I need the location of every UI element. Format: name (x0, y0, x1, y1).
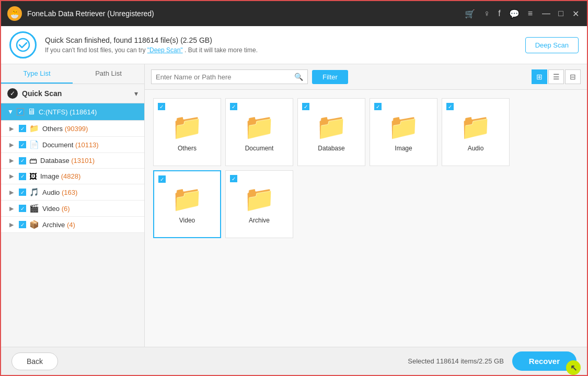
video-tile-checkbox[interactable] (158, 175, 166, 183)
right-content: 🔍 Filter ⊞ ☰ ⊟ 📁 Others 📁 (145, 64, 587, 347)
cart-icon[interactable]: 🛒 (465, 9, 475, 19)
svg-point-0 (17, 39, 29, 51)
search-input[interactable] (156, 73, 294, 81)
quick-scan-expand-icon[interactable]: ▾ (134, 89, 138, 98)
document-tile-checkbox[interactable] (230, 103, 237, 110)
video-label: Video (6) (42, 205, 70, 213)
window-controls: — □ ✕ (541, 8, 581, 19)
file-tile-database[interactable]: 📁 Database (297, 98, 365, 166)
sidebar-item-audio[interactable]: ▶ 🎵 Audio (163) (1, 184, 144, 201)
document-label: Document (10113) (42, 141, 99, 149)
search-icon: 🔍 (294, 73, 303, 81)
sidebar-tab-header: Type List Path List (1, 64, 144, 84)
image-expand-arrow[interactable]: ▶ (9, 173, 16, 180)
minimize-button[interactable]: — (541, 8, 551, 19)
deep-scan-link[interactable]: "Deep Scan" (147, 46, 183, 54)
user-icon[interactable]: ♀ (483, 9, 490, 18)
file-tile-others[interactable]: 📁 Others (153, 98, 221, 166)
app-logo: 🐣 (7, 6, 22, 21)
file-tile-video[interactable]: 📁 Video (153, 170, 221, 238)
audio-expand-arrow[interactable]: ▶ (9, 189, 16, 196)
database-icon: 🗃 (29, 156, 37, 165)
others-tile-checkbox[interactable] (158, 103, 165, 110)
file-tile-audio[interactable]: 📁 Audio (442, 98, 510, 166)
app-window: 🐣 FoneLab Data Retriever (Unregistered) … (0, 0, 588, 376)
image-icon: 🖼 (29, 172, 37, 181)
document-tile-label: Document (245, 145, 274, 152)
audio-tile-label: Audio (468, 145, 484, 152)
database-folder-large-icon: 📁 (316, 112, 347, 142)
recover-button[interactable]: Recover ↖ (512, 351, 577, 371)
others-folder-large-icon: 📁 (171, 112, 203, 142)
scan-info-text: Quick Scan finished, found 118614 file(s… (45, 36, 525, 54)
file-grid: 📁 Others 📁 Document 📁 Database 📁 Ima (145, 90, 587, 347)
sidebar: Type List Path List ✓ Quick Scan ▾ ▼ 🖥 C… (1, 64, 145, 347)
image-folder-large-icon: 📁 (388, 112, 419, 142)
sidebar-item-video[interactable]: ▶ 🎬 Video (6) (1, 201, 144, 217)
drive-row[interactable]: ▼ 🖥 C:(NTFS) (118614) (1, 103, 144, 121)
facebook-icon[interactable]: f (498, 9, 500, 18)
audio-checkbox[interactable] (19, 189, 26, 196)
database-label: Database (13101) (40, 157, 95, 164)
detail-view-button[interactable]: ⊟ (565, 69, 581, 84)
file-tile-archive[interactable]: 📁 Archive (225, 170, 293, 238)
archive-tile-checkbox[interactable] (230, 175, 237, 182)
database-expand-arrow[interactable]: ▶ (9, 157, 16, 164)
audio-tile-checkbox[interactable] (446, 103, 454, 110)
audio-label: Audio (163) (42, 189, 77, 196)
drive-checkbox[interactable] (17, 108, 24, 115)
grid-view-button[interactable]: ⊞ (532, 69, 547, 84)
image-tile-checkbox[interactable] (374, 103, 382, 110)
document-icon: 📄 (29, 140, 39, 149)
video-tile-label: Video (179, 217, 195, 224)
bottom-bar: Back Selected 118614 items/2.25 GB Recov… (1, 347, 587, 375)
database-tile-checkbox[interactable] (302, 103, 309, 110)
image-checkbox[interactable] (19, 173, 26, 180)
archive-tile-label: Archive (249, 217, 270, 224)
database-tile-label: Database (318, 145, 344, 152)
app-title: FoneLab Data Retriever (Unregistered) (27, 9, 465, 18)
archive-label: Archive (4) (42, 221, 75, 229)
others-tile-label: Others (178, 145, 197, 152)
file-tile-image[interactable]: 📁 Image (370, 98, 437, 166)
document-expand-arrow[interactable]: ▶ (9, 142, 16, 148)
sidebar-item-archive[interactable]: ▶ 📦 Archive (4) (1, 217, 144, 233)
others-checkbox[interactable] (19, 125, 26, 132)
deep-scan-button[interactable]: Deep Scan (525, 37, 579, 53)
sidebar-item-image[interactable]: ▶ 🖼 Image (4828) (1, 169, 144, 184)
video-checkbox[interactable] (19, 205, 26, 212)
file-tile-document[interactable]: 📁 Document (225, 98, 293, 166)
document-checkbox[interactable] (19, 141, 26, 148)
sidebar-item-database[interactable]: ▶ 🗃 Database (13101) (1, 153, 144, 169)
scan-suggestion: If you can't find lost files, you can tr… (45, 46, 525, 54)
video-expand-arrow[interactable]: ▶ (9, 205, 16, 212)
maximize-button[interactable]: □ (556, 8, 566, 19)
title-bar-icons: 🛒 ♀ f 💬 ≡ (465, 9, 533, 19)
tab-type-list[interactable]: Type List (1, 64, 73, 84)
menu-icon[interactable]: ≡ (528, 9, 533, 18)
scan-result-message: Quick Scan finished, found 118614 file(s… (45, 36, 525, 44)
archive-expand-arrow[interactable]: ▶ (9, 221, 16, 228)
others-label: Others (90399) (42, 125, 88, 133)
archive-checkbox[interactable] (19, 221, 26, 228)
back-button[interactable]: Back (11, 352, 58, 370)
quick-scan-check-icon: ✓ (7, 88, 18, 99)
others-expand-arrow[interactable]: ▶ (9, 125, 16, 132)
close-button[interactable]: ✕ (570, 8, 581, 19)
quick-scan-label: Quick Scan (22, 89, 134, 98)
info-bar: Quick Scan finished, found 118614 file(s… (1, 26, 587, 64)
sidebar-item-others[interactable]: ▶ 📁 Others (90399) (1, 121, 144, 137)
main-content: Type List Path List ✓ Quick Scan ▾ ▼ 🖥 C… (1, 64, 587, 347)
list-view-button[interactable]: ☰ (548, 69, 564, 84)
sidebar-item-document[interactable]: ▶ 📄 Document (10113) (1, 137, 144, 153)
database-checkbox[interactable] (19, 157, 26, 164)
search-box[interactable]: 🔍 (151, 69, 308, 84)
filter-button[interactable]: Filter (312, 70, 348, 84)
drive-icon: 🖥 (27, 107, 36, 116)
chat-icon[interactable]: 💬 (509, 9, 520, 19)
view-icons: ⊞ ☰ ⊟ (532, 69, 581, 84)
drive-expand-arrow[interactable]: ▼ (7, 108, 14, 115)
title-bar: 🐣 FoneLab Data Retriever (Unregistered) … (1, 1, 587, 26)
tab-path-list[interactable]: Path List (73, 64, 144, 84)
audio-folder-large-icon: 📁 (460, 112, 491, 142)
